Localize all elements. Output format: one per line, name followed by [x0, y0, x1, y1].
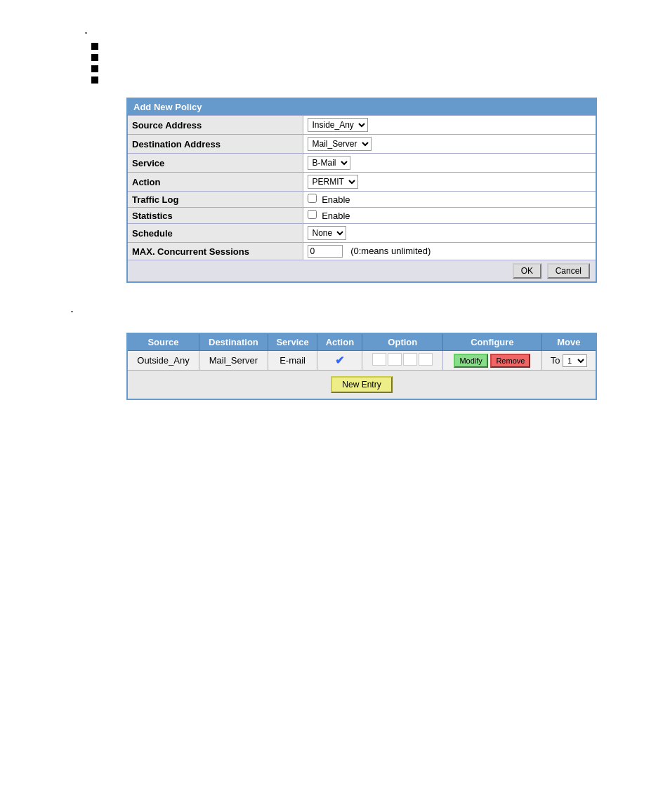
- service-cell: B-Mail: [303, 154, 596, 173]
- ok-button[interactable]: OK: [513, 263, 541, 279]
- sub-bullet-item-1: [91, 43, 642, 50]
- action-row: Action PERMIT: [127, 173, 596, 192]
- service-row: Service B-Mail: [127, 154, 596, 173]
- max-sessions-input[interactable]: [308, 245, 343, 258]
- action-select[interactable]: PERMIT: [308, 175, 358, 189]
- action-checkmark: ✔: [335, 354, 344, 366]
- statistics-label: Statistics: [127, 208, 303, 224]
- col-destination: Destination: [199, 333, 268, 351]
- destination-address-label: Destination Address: [127, 135, 303, 154]
- service-label: Service: [127, 154, 303, 173]
- source-address-row: Source Address Inside_Any: [127, 116, 596, 135]
- schedule-select[interactable]: None: [308, 226, 346, 240]
- unlimited-label: (0:means unlimited): [350, 246, 431, 256]
- option-cell-2: [388, 353, 402, 366]
- policy-list-footer: New Entry: [127, 371, 596, 400]
- traffic-log-cell: Enable: [303, 192, 596, 208]
- col-service: Service: [268, 333, 317, 351]
- sub-bullet-item-4: [91, 76, 642, 84]
- policy-form-table: Add New Policy Source Address Inside_Any…: [126, 98, 597, 283]
- max-sessions-cell: (0:means unlimited): [303, 243, 596, 260]
- row-options: [362, 351, 443, 371]
- policy-list-table: Source Destination Service Action Option…: [126, 333, 597, 400]
- schedule-cell: None: [303, 224, 596, 243]
- statistics-cell: Enable: [303, 208, 596, 224]
- square-icon-1: [91, 43, 98, 50]
- traffic-log-label: Traffic Log: [127, 192, 303, 208]
- new-entry-button[interactable]: New Entry: [331, 376, 392, 393]
- col-configure: Configure: [443, 333, 541, 351]
- statistics-checkbox[interactable]: [308, 210, 317, 219]
- square-icon-2: [91, 54, 98, 61]
- statistics-row: Statistics Enable: [127, 208, 596, 224]
- row-move: To 1: [541, 351, 596, 371]
- service-select[interactable]: B-Mail: [308, 156, 350, 170]
- option-cell-4: [419, 353, 433, 366]
- second-top-dot: ·: [70, 304, 74, 318]
- row-destination: Mail_Server: [199, 351, 268, 371]
- max-sessions-row: MAX. Concurrent Sessions (0:means unlimi…: [127, 243, 596, 260]
- new-entry-cell: New Entry: [127, 371, 596, 400]
- option-cell-3: [403, 353, 417, 366]
- schedule-row: Schedule None: [127, 224, 596, 243]
- move-select[interactable]: 1: [563, 354, 587, 367]
- schedule-label: Schedule: [127, 224, 303, 243]
- col-source: Source: [127, 333, 199, 351]
- col-option: Option: [362, 333, 443, 351]
- action-label: Action: [127, 173, 303, 192]
- sub-bullet-item-2: [91, 54, 642, 61]
- move-to-label: To: [551, 355, 563, 366]
- top-bullet-dot: ·: [84, 25, 88, 39]
- bullet-section-1: . ·: [70, 28, 642, 84]
- policy-list-row: Outside_Any Mail_Server E-mail ✔ Modify: [127, 351, 596, 371]
- traffic-log-checkbox[interactable]: [308, 194, 317, 203]
- row-action: ✔: [317, 351, 362, 371]
- row-service: E-mail: [268, 351, 317, 371]
- row-configure: Modify Remove: [443, 351, 541, 371]
- col-action: Action: [317, 333, 362, 351]
- form-footer-cell: OK Cancel: [127, 260, 596, 283]
- cancel-button[interactable]: Cancel: [547, 263, 590, 279]
- bullet-section-2: ·: [70, 304, 642, 319]
- form-footer-row: OK Cancel: [127, 260, 596, 283]
- traffic-log-enable-text: Enable: [322, 194, 350, 205]
- square-icon-4: [91, 76, 98, 84]
- source-address-select[interactable]: Inside_Any: [308, 118, 368, 132]
- add-new-policy-form: Add New Policy Source Address Inside_Any…: [126, 98, 597, 283]
- max-sessions-label: MAX. Concurrent Sessions: [127, 243, 303, 260]
- square-icon-3: [91, 65, 98, 72]
- source-address-cell: Inside_Any: [303, 116, 596, 135]
- destination-address-select[interactable]: Mail_Server: [308, 137, 372, 151]
- policy-list-header: Source Destination Service Action Option…: [127, 333, 596, 351]
- remove-button[interactable]: Remove: [490, 354, 530, 368]
- sub-bullet-item-3: [91, 65, 642, 72]
- action-cell: PERMIT: [303, 173, 596, 192]
- sub-bullet-list: [91, 43, 642, 84]
- traffic-log-row: Traffic Log Enable: [127, 192, 596, 208]
- policy-list-wrapper: Source Destination Service Action Option…: [126, 333, 597, 400]
- form-title: Add New Policy: [127, 98, 596, 116]
- form-header-row: Add New Policy: [127, 98, 596, 116]
- modify-button[interactable]: Modify: [454, 354, 487, 368]
- option-cell-1: [372, 353, 386, 366]
- destination-address-cell: Mail_Server: [303, 135, 596, 154]
- statistics-enable-text: Enable: [322, 211, 350, 221]
- col-move: Move: [541, 333, 596, 351]
- row-source: Outside_Any: [127, 351, 199, 371]
- destination-address-row: Destination Address Mail_Server: [127, 135, 596, 154]
- source-address-label: Source Address: [127, 116, 303, 135]
